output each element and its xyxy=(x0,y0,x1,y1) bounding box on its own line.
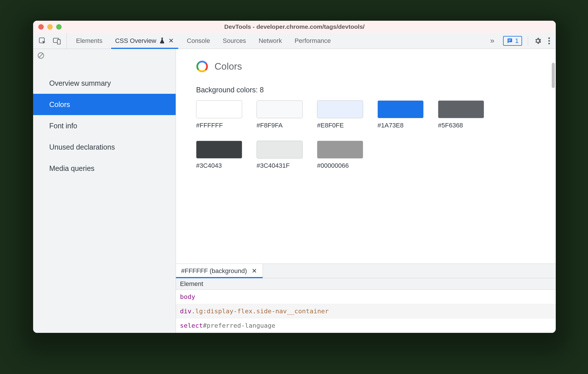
swatch-color xyxy=(317,100,363,118)
more-options-icon[interactable] xyxy=(548,37,551,45)
sidebar-item-label: Overview summary xyxy=(49,79,111,87)
swatch-item[interactable]: #3C40431F xyxy=(257,141,303,169)
panel-tabs: Elements CSS Overview ✕ Console Sources … xyxy=(67,33,337,49)
sidebar: Overview summary Colors Font info Unused… xyxy=(33,49,176,333)
window-title: DevTools - developer.chrome.com/tags/dev… xyxy=(33,23,556,30)
svg-rect-4 xyxy=(508,41,510,41)
sidebar-item-font-info[interactable]: Font info xyxy=(33,115,176,136)
sidebar-item-overview-summary[interactable]: Overview summary xyxy=(33,72,176,94)
swatch-label: #E8F0FE xyxy=(317,122,363,129)
colors-section: Colors Background colors: 8 #FFFFFF#F8F9… xyxy=(176,49,556,264)
sidebar-item-label: Media queries xyxy=(49,164,94,173)
inspect-element-icon[interactable] xyxy=(38,37,46,45)
body: Overview summary Colors Font info Unused… xyxy=(33,49,556,333)
tab-label: Console xyxy=(187,37,210,45)
toggle-device-toolbar-icon[interactable] xyxy=(53,37,61,45)
tab-css-overview[interactable]: CSS Overview ✕ xyxy=(109,33,181,49)
main-panel: Colors Background colors: 8 #FFFFFF#F8F9… xyxy=(176,49,556,333)
swatch-label: #F8F9FA xyxy=(257,122,303,129)
swatch-label: #5F6368 xyxy=(438,122,484,129)
sidebar-item-label: Colors xyxy=(49,100,70,109)
tab-label: Network xyxy=(259,37,282,45)
tabbar-left-tools xyxy=(33,33,67,49)
divider xyxy=(528,36,528,46)
tab-elements[interactable]: Elements xyxy=(70,33,109,49)
table-row[interactable]: body xyxy=(176,290,556,304)
svg-line-9 xyxy=(39,53,43,58)
more-tabs-icon[interactable]: » xyxy=(487,36,497,45)
sidebar-item-unused-declarations[interactable]: Unused declarations xyxy=(33,136,176,158)
swatch-color xyxy=(317,141,363,159)
element-tag: div xyxy=(180,308,191,315)
scrollbar-thumb[interactable] xyxy=(552,63,555,88)
sidebar-list: Overview summary Colors Font info Unused… xyxy=(33,62,176,179)
table-row[interactable]: select#preferred-language xyxy=(176,318,556,333)
minimize-window-button[interactable] xyxy=(47,24,53,30)
svg-point-5 xyxy=(548,37,550,39)
settings-icon[interactable] xyxy=(534,37,542,45)
tab-label: CSS Overview xyxy=(115,37,156,45)
section-title: Colors xyxy=(215,61,242,72)
swatch-item[interactable]: #E8F0FE xyxy=(317,100,363,129)
sidebar-item-media-queries[interactable]: Media queries xyxy=(33,158,176,179)
swatch-color xyxy=(378,100,424,118)
element-selector: .lg:display-flex.side-nav__container xyxy=(191,308,329,315)
swatch-color xyxy=(438,100,484,118)
tab-network[interactable]: Network xyxy=(252,33,288,49)
sidebar-toolbar xyxy=(33,49,176,62)
swatch-label: #1A73E8 xyxy=(378,122,424,129)
swatch-label: #FFFFFF xyxy=(196,122,242,129)
svg-point-7 xyxy=(548,43,550,44)
tab-performance[interactable]: Performance xyxy=(288,33,337,49)
sidebar-item-label: Unused declarations xyxy=(49,143,115,151)
details-table-body: bodydiv.lg:display-flex.side-nav__contai… xyxy=(176,290,556,333)
close-details-tab-icon[interactable]: ✕ xyxy=(251,268,257,274)
sidebar-item-colors[interactable]: Colors xyxy=(33,94,176,115)
maximize-window-button[interactable] xyxy=(56,24,62,30)
details-tab-label: #FFFFFF (background) xyxy=(181,267,247,275)
swatch-label: #3C4043 xyxy=(196,162,242,169)
tab-label: Sources xyxy=(223,37,246,45)
experiment-flask-icon xyxy=(159,38,165,44)
swatch-color xyxy=(257,100,303,118)
details-tab[interactable]: #FFFFFF (background) ✕ xyxy=(176,264,263,278)
swatch-item[interactable]: #3C4043 xyxy=(196,141,242,169)
details-table-header: Element xyxy=(176,278,556,290)
section-header: Colors xyxy=(196,60,536,72)
close-window-button[interactable] xyxy=(38,24,44,30)
clear-overview-icon[interactable] xyxy=(37,52,45,59)
sidebar-item-label: Font info xyxy=(49,122,77,130)
details-panel: #FFFFFF (background) ✕ Element bodydiv.l… xyxy=(176,264,556,333)
table-row[interactable]: div.lg:display-flex.side-nav__container xyxy=(176,304,556,318)
svg-rect-2 xyxy=(57,39,60,44)
tab-label: Performance xyxy=(295,37,331,45)
swatch-color xyxy=(196,100,242,118)
swatch-label: #00000066 xyxy=(317,162,363,169)
issues-button[interactable]: 1 xyxy=(503,36,522,46)
swatch-color xyxy=(257,141,303,159)
issues-count: 1 xyxy=(515,37,519,45)
swatch-item[interactable]: #1A73E8 xyxy=(378,100,424,129)
element-tag: body xyxy=(180,293,195,300)
titlebar: DevTools - developer.chrome.com/tags/dev… xyxy=(33,21,556,33)
column-header: Element xyxy=(180,280,203,288)
tabbar-right-tools: » 1 xyxy=(487,36,556,46)
details-tabs: #FFFFFF (background) ✕ xyxy=(176,264,556,278)
tab-console[interactable]: Console xyxy=(181,33,217,49)
swatch-color xyxy=(196,141,242,159)
issues-chat-icon xyxy=(507,38,513,44)
swatch-item[interactable]: #FFFFFF xyxy=(196,100,242,129)
element-selector: #preferred-language xyxy=(203,322,275,329)
swatch-label: #3C40431F xyxy=(257,162,303,169)
background-colors-subhead: Background colors: 8 xyxy=(196,86,536,94)
color-ring-icon xyxy=(196,60,208,72)
swatch-grid: #FFFFFF#F8F9FA#E8F0FE#1A73E8#5F6368#3C40… xyxy=(196,100,536,169)
close-tab-icon[interactable]: ✕ xyxy=(168,38,174,44)
main-tabbar: Elements CSS Overview ✕ Console Sources … xyxy=(33,33,556,49)
tab-sources[interactable]: Sources xyxy=(216,33,252,49)
swatch-item[interactable]: #F8F9FA xyxy=(257,100,303,129)
tab-label: Elements xyxy=(76,37,103,45)
svg-point-6 xyxy=(548,40,550,42)
swatch-item[interactable]: #5F6368 xyxy=(438,100,484,129)
swatch-item[interactable]: #00000066 xyxy=(317,141,363,169)
